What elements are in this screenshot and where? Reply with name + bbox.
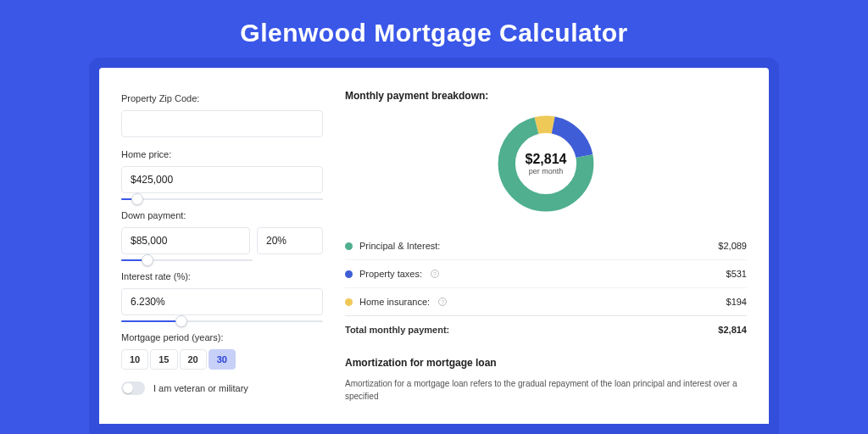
legend-value: $2,089 (718, 241, 747, 251)
legend-dot (345, 270, 353, 278)
legend-value: $194 (726, 297, 747, 307)
input-panel: Property Zip Code: Home price: Down paym… (121, 90, 323, 424)
slider-thumb[interactable] (131, 193, 143, 205)
interest-rate-input[interactable] (121, 288, 323, 315)
calculator-card: Property Zip Code: Home price: Down paym… (99, 68, 769, 424)
legend-row: Home insurance:?$194 (345, 287, 747, 315)
mortgage-period-group: 10152030 (121, 349, 323, 370)
amortization-title: Amortization for mortgage loan (345, 357, 747, 369)
legend-label: Property taxes: (359, 269, 422, 279)
legend-dot (345, 242, 353, 250)
veteran-toggle[interactable] (121, 381, 145, 395)
results-panel: Monthly payment breakdown: $2,814 per mo… (345, 90, 747, 424)
breakdown-title: Monthly payment breakdown: (345, 90, 747, 102)
down-payment-label: Down payment: (121, 210, 323, 220)
slider-thumb[interactable] (142, 254, 153, 266)
down-payment-percent-input[interactable] (257, 227, 323, 254)
home-price-slider[interactable] (121, 193, 323, 205)
mortgage-period-label: Mortgage period (years): (121, 332, 323, 342)
legend-label: Principal & Interest: (359, 241, 440, 251)
legend-row: Property taxes:?$531 (345, 259, 747, 287)
slider-thumb[interactable] (175, 315, 187, 327)
amortization-text: Amortization for a mortgage loan refers … (345, 377, 747, 403)
veteran-label: I am veteran or military (153, 383, 248, 393)
total-row: Total monthly payment: $2,814 (345, 315, 747, 343)
zip-label: Property Zip Code: (121, 93, 323, 103)
period-option-30[interactable]: 30 (209, 349, 236, 370)
legend-dot (345, 298, 353, 306)
period-option-10[interactable]: 10 (121, 349, 148, 370)
legend-label: Home insurance: (359, 297, 430, 307)
legend-value: $531 (726, 269, 747, 279)
payment-donut-chart: $2,814 per month (494, 112, 598, 215)
down-payment-amount-input[interactable] (121, 227, 250, 254)
donut-sub-label: per month (529, 167, 564, 175)
interest-rate-slider[interactable] (121, 315, 323, 327)
info-icon[interactable]: ? (438, 298, 447, 306)
info-icon[interactable]: ? (431, 270, 439, 278)
period-option-15[interactable]: 15 (150, 349, 177, 370)
zip-input[interactable] (121, 110, 323, 137)
legend: Principal & Interest:$2,089Property taxe… (345, 232, 747, 315)
period-option-20[interactable]: 20 (180, 349, 207, 370)
donut-total-value: $2,814 (526, 152, 567, 167)
home-price-label: Home price: (121, 149, 323, 159)
page-title: Glenwood Mortgage Calculator (0, 0, 868, 68)
total-label: Total monthly payment: (345, 325, 449, 335)
total-value: $2,814 (718, 325, 747, 335)
down-payment-slider[interactable] (121, 254, 253, 266)
interest-rate-label: Interest rate (%): (121, 271, 323, 281)
home-price-input[interactable] (121, 166, 323, 193)
legend-row: Principal & Interest:$2,089 (345, 232, 747, 259)
